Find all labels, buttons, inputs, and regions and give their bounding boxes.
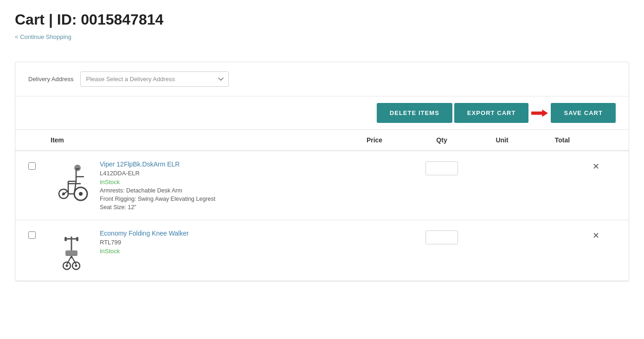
delete-items-button[interactable]: DELETE ITEMS bbox=[377, 103, 452, 123]
row2-checkbox[interactable] bbox=[28, 231, 36, 239]
svg-point-26 bbox=[75, 265, 77, 267]
row2-sku: RTL799 bbox=[100, 239, 189, 246]
row2-remove-cell: ✕ bbox=[592, 230, 616, 241]
svg-rect-18 bbox=[64, 237, 67, 241]
row2-product-cell: Economy Folding Knee Walker RTL799 InSto… bbox=[51, 230, 337, 271]
column-header-item: Item bbox=[51, 136, 337, 144]
row2-status: InStock bbox=[100, 248, 189, 255]
table-row: Economy Folding Knee Walker RTL799 InSto… bbox=[15, 220, 629, 281]
cart-container: Delivery Address Please Select a Deliver… bbox=[15, 62, 629, 281]
row1-product-image bbox=[51, 160, 92, 202]
row1-qty-input[interactable]: 1 bbox=[425, 161, 458, 175]
row1-status: InStock bbox=[100, 179, 215, 185]
column-header-unit: Unit bbox=[472, 136, 532, 144]
svg-point-13 bbox=[74, 165, 81, 171]
delivery-address-label: Delivery Address bbox=[28, 76, 74, 83]
row2-checkbox-cell bbox=[28, 230, 51, 239]
row1-detail-1: Armrests: Detachable Desk Arm bbox=[100, 187, 215, 194]
row1-unit-cell bbox=[472, 160, 532, 161]
save-cart-button[interactable]: SAVE CART bbox=[551, 103, 616, 123]
row1-sku: L412DDA-ELR bbox=[100, 170, 215, 177]
row1-product-info: Viper 12FlpBk.DskArm ELR L412DDA-ELR InS… bbox=[100, 160, 215, 211]
row2-price-cell bbox=[337, 230, 412, 230]
row1-product-cell: Viper 12FlpBk.DskArm ELR L412DDA-ELR InS… bbox=[51, 160, 337, 211]
row2-total-cell bbox=[532, 230, 592, 230]
remove-header-col bbox=[592, 136, 616, 144]
row1-detail-3: Seat Size: 12" bbox=[100, 204, 215, 211]
svg-marker-0 bbox=[531, 109, 548, 116]
delivery-row: Delivery Address Please Select a Deliver… bbox=[15, 62, 629, 96]
row2-product-image bbox=[51, 230, 92, 271]
row1-total-cell bbox=[532, 160, 592, 161]
row2-product-name[interactable]: Economy Folding Knee Walker bbox=[100, 230, 189, 237]
row2-qty-cell: 1 bbox=[412, 230, 472, 244]
row1-qty-cell: 1 bbox=[412, 160, 472, 175]
row1-checkbox[interactable] bbox=[28, 162, 36, 170]
row1-remove-button[interactable]: ✕ bbox=[592, 160, 599, 172]
svg-point-24 bbox=[66, 265, 68, 267]
column-header-price: Price bbox=[337, 136, 412, 144]
delivery-address-select[interactable]: Please Select a Delivery Address bbox=[80, 71, 229, 87]
row2-unit-cell bbox=[472, 230, 532, 230]
red-arrow-icon bbox=[531, 109, 548, 118]
row1-product-name[interactable]: Viper 12FlpBk.DskArm ELR bbox=[100, 160, 215, 168]
export-cart-button[interactable]: EXPORT CART bbox=[454, 103, 529, 123]
action-buttons-row: DELETE ITEMS EXPORT CART SAVE CART bbox=[15, 96, 629, 130]
checkbox-header-col bbox=[28, 136, 51, 144]
row1-price-cell bbox=[337, 160, 412, 161]
continue-shopping-link[interactable]: < Continue Shopping bbox=[15, 33, 71, 40]
page-title: Cart | ID: 0015847814 bbox=[15, 11, 629, 28]
column-header-qty: Qty bbox=[412, 136, 472, 144]
column-header-total: Total bbox=[532, 136, 592, 144]
table-header: Item Price Qty Unit Total bbox=[15, 130, 629, 151]
row1-detail-2: Front Rigging: Swing Away Elevating Legr… bbox=[100, 196, 215, 202]
table-row: Viper 12FlpBk.DskArm ELR L412DDA-ELR InS… bbox=[15, 151, 629, 220]
row1-remove-cell: ✕ bbox=[592, 160, 616, 172]
row1-checkbox-cell bbox=[28, 160, 51, 170]
svg-rect-20 bbox=[65, 250, 77, 256]
row2-qty-input[interactable]: 1 bbox=[425, 230, 458, 244]
svg-rect-19 bbox=[76, 237, 78, 241]
row2-product-info: Economy Folding Knee Walker RTL799 InSto… bbox=[100, 230, 189, 255]
svg-point-2 bbox=[79, 192, 83, 196]
row2-remove-button[interactable]: ✕ bbox=[592, 230, 599, 241]
